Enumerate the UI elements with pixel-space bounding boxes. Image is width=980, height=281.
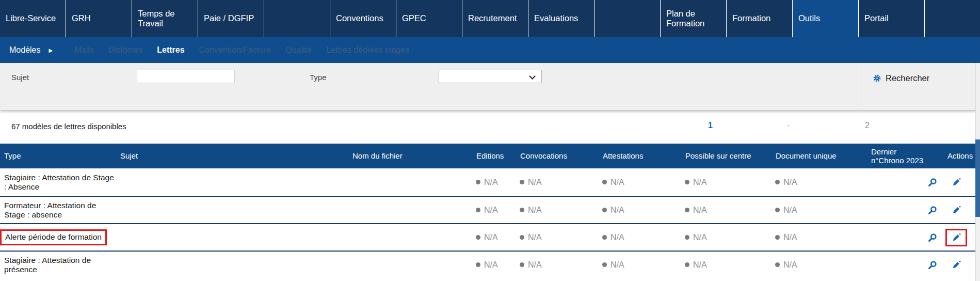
filter-panel: Sujet Type Rechercher xyxy=(0,63,980,110)
filter-divider xyxy=(861,63,861,110)
document-unique-value: N/A xyxy=(772,178,867,187)
bullet-icon xyxy=(775,262,780,267)
type-select[interactable] xyxy=(439,70,542,83)
tab-paie-dgfip[interactable]: Paie / DGFIP xyxy=(198,0,264,37)
scrollbar-thumb[interactable] xyxy=(975,139,980,217)
tab-conventions[interactable]: Conventions xyxy=(330,0,396,37)
results-bar: 67 modèles de lettres disponibles 1 - 2 xyxy=(0,110,980,144)
convocations-value: N/A xyxy=(516,206,599,215)
scrollbar-track[interactable] xyxy=(975,63,980,281)
bullet-icon xyxy=(520,208,524,212)
col-header-dernier-chrono: Dernier n°Chrono 2023 xyxy=(867,147,924,165)
convocations-value: N/A xyxy=(516,178,599,187)
convocations-value: N/A xyxy=(516,260,599,270)
tab-bar-filler xyxy=(925,0,980,37)
page-link-2[interactable]: 2 xyxy=(865,121,870,130)
bullet-icon xyxy=(602,208,607,212)
bullet-icon xyxy=(520,262,524,267)
tab-outils[interactable]: Outils xyxy=(793,0,859,37)
tab-portail[interactable]: Portail xyxy=(859,0,925,37)
tab-recrutement[interactable]: Recrutement xyxy=(462,0,528,37)
bullet-icon xyxy=(775,180,780,184)
row-type-label: Formateur : Attestation de Stage : absen… xyxy=(0,201,116,220)
attestations-value: N/A xyxy=(599,178,681,187)
tab-evaluations[interactable]: Evaluations xyxy=(528,0,595,37)
tab-spacer xyxy=(595,0,661,37)
editions-value: N/A xyxy=(472,206,516,215)
col-header-type: Type xyxy=(0,151,116,160)
editions-value: N/A xyxy=(472,178,516,187)
subnav-item-qualite[interactable]: Qualité xyxy=(285,45,312,55)
bullet-icon xyxy=(476,180,480,184)
table-header: Type Sujet Nom du fichier Editions Convo… xyxy=(0,144,980,168)
bullet-icon xyxy=(775,235,780,240)
table-row: Stagiaire : Attestation de Stage : Absen… xyxy=(0,168,980,196)
editions-value: N/A xyxy=(472,260,516,270)
sujet-label: Sujet xyxy=(11,73,29,82)
tab-formation[interactable]: Formation xyxy=(727,0,793,37)
view-icon[interactable] xyxy=(928,260,937,270)
bullet-icon xyxy=(685,180,689,184)
tab-grh[interactable]: GRH xyxy=(66,0,132,37)
view-icon[interactable] xyxy=(928,233,937,242)
row-type-label: Stagiaire : Attestation de Stage : Absen… xyxy=(0,173,116,192)
attestations-value: N/A xyxy=(599,233,681,242)
col-header-actions: Actions xyxy=(924,151,976,160)
attestations-value: N/A xyxy=(599,260,681,270)
tab-gpec[interactable]: GPEC xyxy=(396,0,462,37)
bullet-icon xyxy=(685,235,689,240)
bullet-icon xyxy=(602,180,607,184)
col-header-nom-du-fichier: Nom du fichier xyxy=(348,151,472,160)
annotation-box-edit xyxy=(945,229,967,246)
document-unique-value: N/A xyxy=(772,233,867,242)
bullet-icon xyxy=(685,208,689,212)
edit-icon[interactable] xyxy=(952,260,961,270)
bullet-icon xyxy=(602,235,607,240)
convocations-value: N/A xyxy=(516,233,599,242)
possible-sur-centre-value: N/A xyxy=(681,260,772,270)
view-icon[interactable] xyxy=(928,206,937,215)
row-type-label: Stagiaire : Attestation de présence xyxy=(0,256,116,274)
subnav-item-lettres-dediees-stages[interactable]: Lettres dédiées stages xyxy=(326,45,409,55)
col-header-possible-sur-centre: Possible sur centre xyxy=(681,151,772,160)
table-row: Formateur : Attestation de Stage : absen… xyxy=(0,196,980,223)
annotation-box-subject: Alerte période de formation xyxy=(0,229,107,245)
document-unique-value: N/A xyxy=(772,206,867,215)
gear-icon xyxy=(873,74,881,82)
submenu-arrow-icon: ▶ xyxy=(49,48,53,53)
type-label: Type xyxy=(310,73,327,82)
top-module-tab-bar: Libre-Service GRH Temps de Travail Paie … xyxy=(0,0,980,37)
edit-icon[interactable] xyxy=(952,233,961,242)
subnav-bar: Modèles ▶ Mails Diplômes Lettres Convent… xyxy=(0,37,980,63)
rechercher-label: Rechercher xyxy=(886,73,929,83)
subnav-item-lettres[interactable]: Lettres xyxy=(157,45,184,55)
editions-value: N/A xyxy=(472,233,516,242)
bullet-icon xyxy=(476,208,480,212)
subnav-item-convention-facture[interactable]: Convention/Facture xyxy=(199,45,271,55)
tab-temps-de-travail[interactable]: Temps de Travail xyxy=(132,0,198,37)
subnav-item-mails[interactable]: Mails xyxy=(74,45,93,55)
subnav-item-modeles[interactable]: Modèles xyxy=(9,45,40,55)
document-unique-value: N/A xyxy=(772,260,867,270)
sujet-input[interactable] xyxy=(137,70,235,83)
subnav-item-diplomes[interactable]: Diplômes xyxy=(108,45,143,55)
bullet-icon xyxy=(685,262,689,267)
rechercher-button[interactable]: Rechercher xyxy=(873,73,929,83)
tab-libre-service[interactable]: Libre-Service xyxy=(0,0,66,37)
page-link-1[interactable]: 1 xyxy=(708,121,713,130)
bullet-icon xyxy=(520,235,524,240)
attestations-value: N/A xyxy=(599,206,681,215)
chevron-down-icon xyxy=(529,73,536,80)
tab-plan-de-formation[interactable]: Plan de Formation xyxy=(661,0,727,37)
col-header-attestations: Attestations xyxy=(599,151,681,160)
possible-sur-centre-value: N/A xyxy=(681,206,772,215)
bullet-icon xyxy=(602,262,607,267)
possible-sur-centre-value: N/A xyxy=(681,178,772,187)
edit-icon[interactable] xyxy=(952,178,961,187)
view-icon[interactable] xyxy=(928,178,937,187)
tab-spacer xyxy=(264,0,330,37)
bullet-icon xyxy=(775,208,780,212)
edit-icon[interactable] xyxy=(952,206,961,215)
col-header-document-unique: Document unique xyxy=(772,151,867,160)
row-type-label: Alerte période de formation xyxy=(5,232,102,241)
